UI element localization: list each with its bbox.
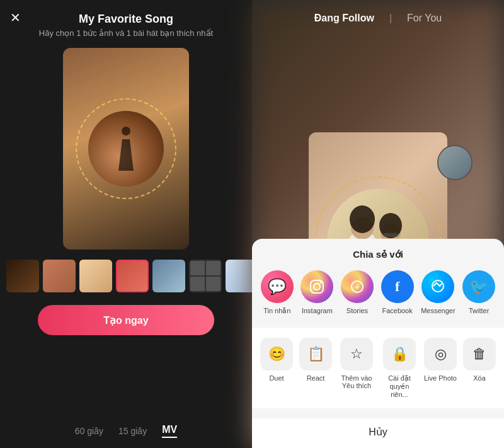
duration-tab-60[interactable]: 60 giây	[75, 426, 103, 436]
duration-tab-15[interactable]: 15 giây	[118, 426, 147, 436]
xoa-icon: 🗑	[463, 338, 496, 370]
cancel-label: Hủy	[369, 426, 387, 438]
thumb-item[interactable]	[79, 260, 112, 292]
facebook-icon: f	[381, 270, 414, 303]
svg-rect-7	[383, 233, 398, 237]
share-item-stories[interactable]: + Stories	[341, 270, 374, 315]
left-title: My Favorite Song	[79, 13, 173, 26]
live-photo-icon: ◎	[424, 338, 457, 370]
duet-icon: 😊	[260, 338, 293, 370]
thumbnail-strip	[0, 260, 252, 292]
messenger-label: Messenger	[421, 307, 455, 314]
react-label: React	[307, 374, 325, 382]
ring-inner	[88, 111, 164, 187]
action-row: 😊 Duet 📋 React ☆ Thêm vào Yêu thích 🔒 Cà…	[252, 328, 504, 408]
share-item-instagram[interactable]: Instagram	[301, 270, 333, 315]
action-live-photo[interactable]: ◎ Live Photo	[424, 338, 457, 398]
ring-inner-image	[88, 111, 164, 187]
left-subtitle: Hãy chọn 1 bức ảnh và 1 bài hát bạn thíc…	[39, 28, 213, 38]
small-avatar-image	[438, 146, 471, 179]
duration-tabs: 60 giây 15 giây MV	[75, 424, 177, 438]
thumb-item[interactable]	[43, 260, 76, 292]
svg-point-3	[350, 205, 375, 233]
facebook-label: Facebook	[382, 307, 412, 314]
share-row: 💬 Tin nhắn Instagram + Stories f Faceboo	[252, 270, 504, 315]
react-icon: 📋	[299, 338, 332, 370]
sheet-title: Chia sẻ với	[252, 249, 504, 260]
create-button[interactable]: Tạo ngay	[38, 305, 214, 335]
share-item-twitter[interactable]: 🐦 Twitter	[462, 270, 495, 315]
nav-for-you[interactable]: For You	[407, 13, 442, 24]
left-panel: ✕ My Favorite Song Hãy chọn 1 bức ảnh và…	[0, 0, 252, 448]
thumb-item[interactable]	[152, 260, 185, 292]
duet-label: Duet	[269, 374, 284, 382]
instagram-icon	[301, 270, 333, 303]
svg-point-9	[314, 284, 320, 290]
thumb-item[interactable]	[189, 260, 222, 292]
thumb-item-selected[interactable]	[116, 260, 149, 292]
svg-text:f: f	[395, 279, 400, 294]
action-them-vao-yeu-thich[interactable]: ☆ Thêm vào Yêu thích	[338, 338, 375, 398]
them-vao-icon: ☆	[340, 338, 373, 370]
action-cai-dat[interactable]: 🔒 Cài đặt quyền riên...	[381, 338, 418, 398]
instagram-label: Instagram	[302, 307, 333, 314]
duration-tab-mv[interactable]: MV	[162, 424, 177, 438]
svg-text:+: +	[355, 282, 360, 292]
cancel-row[interactable]: Hủy	[252, 418, 504, 448]
nav-following[interactable]: Đang Follow	[314, 13, 374, 24]
cai-dat-label: Cài đặt quyền riên...	[381, 374, 418, 398]
messenger-icon	[421, 270, 454, 303]
bottom-sheet: Chia sẻ với 💬 Tin nhắn Instagram + Stori…	[252, 239, 504, 448]
action-react[interactable]: 📋 React	[299, 338, 332, 398]
svg-point-10	[320, 282, 322, 284]
share-item-messenger[interactable]: Messenger	[421, 270, 455, 315]
them-vao-label: Thêm vào Yêu thích	[338, 374, 375, 389]
cai-dat-icon: 🔒	[383, 338, 416, 370]
main-preview-card	[63, 48, 189, 250]
nav-divider: |	[389, 13, 392, 24]
live-photo-label: Live Photo	[424, 374, 457, 382]
thumb-item[interactable]	[6, 260, 39, 292]
share-item-tin-nhan[interactable]: 💬 Tin nhắn	[261, 270, 294, 315]
right-panel: Đang Follow | For You	[252, 0, 504, 448]
twitter-icon: 🐦	[462, 270, 495, 303]
action-duet[interactable]: 😊 Duet	[260, 338, 293, 398]
action-xoa[interactable]: 🗑 Xóa	[463, 338, 496, 398]
share-item-facebook[interactable]: f Facebook	[381, 270, 414, 315]
close-button[interactable]: ✕	[10, 10, 21, 25]
tin-nhan-label: Tin nhắn	[263, 307, 290, 315]
small-avatar	[437, 145, 472, 180]
thumb-item[interactable]	[226, 260, 252, 292]
twitter-label: Twitter	[469, 307, 489, 314]
xoa-label: Xóa	[473, 374, 486, 382]
tin-nhan-icon: 💬	[261, 270, 294, 303]
stories-icon: +	[341, 270, 374, 303]
silhouette-icon	[113, 127, 139, 171]
stories-label: Stories	[346, 307, 368, 314]
right-nav: Đang Follow | For You	[252, 0, 504, 30]
